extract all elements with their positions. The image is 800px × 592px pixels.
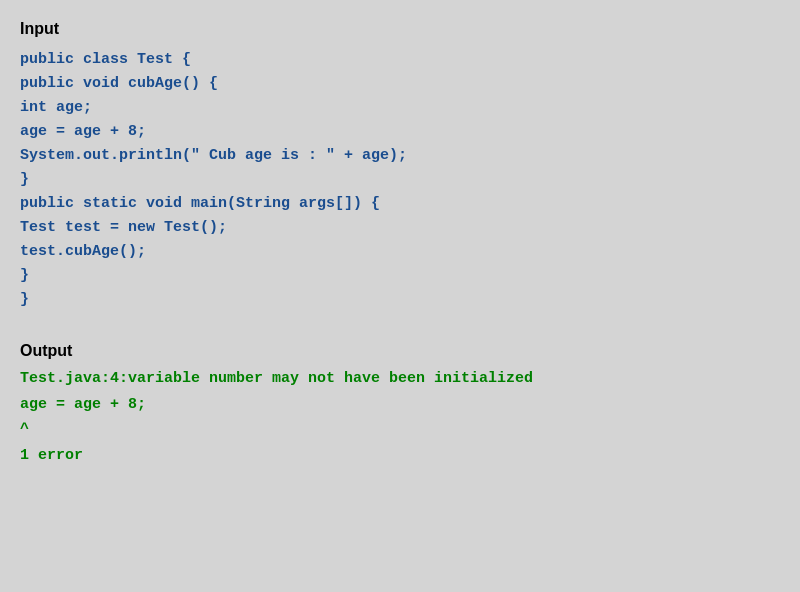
code-line-10: test.cubAge();: [20, 240, 780, 264]
input-label: Input: [20, 20, 780, 38]
input-section: Input public class Test { public void cu…: [20, 20, 780, 312]
output-label: Output: [20, 342, 780, 360]
output-section: Output Test.java:4:variable number may n…: [20, 342, 780, 468]
output-line-1: Test.java:4:variable number may not have…: [20, 366, 780, 392]
code-line-8: public static void main(String args[]) {: [20, 192, 780, 216]
code-line-9: Test test = new Test();: [20, 216, 780, 240]
output-block: Test.java:4:variable number may not have…: [20, 366, 780, 468]
code-line-11: }: [20, 264, 780, 288]
code-line-6: }: [20, 168, 780, 192]
code-line-3: int age;: [20, 96, 780, 120]
code-line-4: age = age + 8;: [20, 120, 780, 144]
output-line-3: ^: [20, 417, 780, 443]
code-line-12: }: [20, 288, 780, 312]
code-block: public class Test { public void cubAge()…: [20, 48, 780, 312]
code-line-1: public class Test {: [20, 48, 780, 72]
output-line-5: 1 error: [20, 443, 780, 469]
output-line-2: age = age + 8;: [20, 392, 780, 418]
code-line-5: System.out.println(" Cub age is : " + ag…: [20, 144, 780, 168]
code-line-2: public void cubAge() {: [20, 72, 780, 96]
